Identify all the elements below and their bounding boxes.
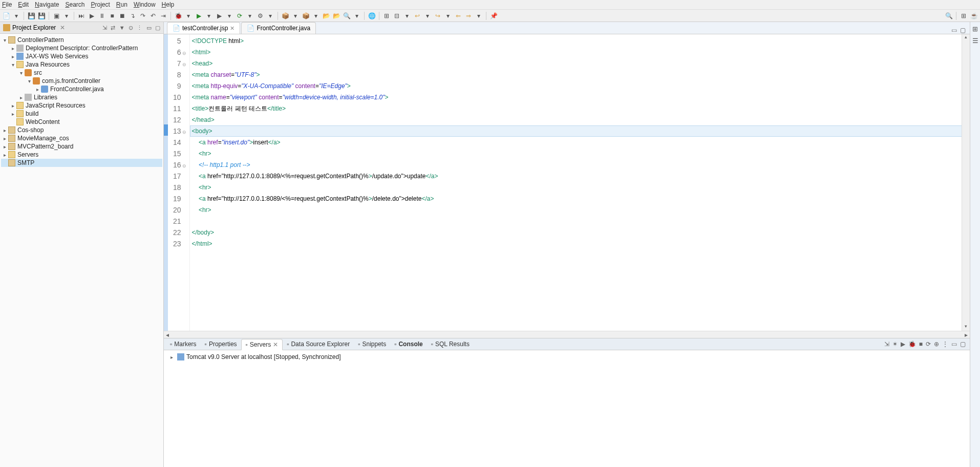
forward-icon[interactable]: ↪ bbox=[434, 12, 442, 20]
resume-icon[interactable]: ▶ bbox=[88, 12, 96, 20]
open-task-icon[interactable]: 📂 bbox=[332, 12, 340, 20]
dropdown-icon[interactable]: ▾ bbox=[291, 12, 300, 20]
disconnect-icon[interactable]: ⏹ bbox=[118, 12, 126, 20]
close-tab-icon[interactable]: ✕ bbox=[230, 25, 235, 32]
back-icon[interactable]: ↩ bbox=[413, 12, 421, 20]
focus-icon[interactable]: ⊙ bbox=[129, 25, 133, 31]
run-last-icon[interactable]: ⟳ bbox=[236, 12, 244, 20]
horizontal-scrollbar[interactable]: ◂ ▸ bbox=[164, 331, 970, 338]
menu-file[interactable]: File bbox=[2, 1, 12, 8]
menu-help[interactable]: Help bbox=[162, 1, 175, 8]
filter-icon[interactable]: ▼ bbox=[119, 25, 125, 31]
step-into-icon[interactable]: ↴ bbox=[129, 12, 137, 20]
close-tab-icon[interactable]: ✕ bbox=[273, 341, 278, 348]
bottom-tab-sql-results[interactable]: ▫SQL Results bbox=[427, 339, 474, 349]
line-gutter[interactable]: 56⊖7⊖8910111213⊖141516⊖17181920212223 bbox=[168, 34, 190, 331]
dropdown-icon[interactable]: ▾ bbox=[62, 12, 71, 20]
project-tree[interactable]: ▾ControllerPattern ▸Deployment Descripto… bbox=[0, 34, 163, 467]
code-editor[interactable]: 56⊖7⊖8910111213⊖141516⊖17181920212223 <!… bbox=[164, 34, 970, 331]
dropdown-icon[interactable]: ▾ bbox=[266, 12, 274, 20]
pause-icon[interactable]: ⏸ bbox=[98, 12, 106, 20]
project-node[interactable]: ▸Cos-shop bbox=[1, 126, 162, 134]
link-editor-icon[interactable]: ⇄ bbox=[111, 25, 115, 31]
quick-access-icon[interactable]: 🔍 bbox=[945, 12, 953, 20]
dropdown-icon[interactable]: ▾ bbox=[184, 12, 193, 20]
scroll-right-icon[interactable]: ▸ bbox=[965, 331, 968, 338]
prev-icon[interactable]: ⇐ bbox=[454, 12, 462, 20]
minimize-editor-icon[interactable]: ▭ bbox=[951, 27, 957, 34]
new-conn-icon[interactable]: 📦 bbox=[302, 12, 310, 20]
project-node[interactable]: ▾ControllerPattern bbox=[1, 36, 162, 44]
scroll-down-icon[interactable]: ▾ bbox=[962, 324, 970, 331]
close-view-icon[interactable]: ✕ bbox=[60, 24, 65, 31]
dropdown-icon[interactable]: ▾ bbox=[403, 12, 411, 20]
dropdown-icon[interactable]: ▾ bbox=[353, 12, 361, 20]
minimize-icon[interactable]: ▭ bbox=[951, 341, 957, 348]
bottom-tab-properties[interactable]: ▫Properties bbox=[201, 339, 241, 349]
servers-node[interactable]: ▸Servers bbox=[1, 151, 162, 159]
jaxws-node[interactable]: ▸JAX-WS Web Services bbox=[1, 52, 162, 60]
bottom-tab-markers[interactable]: ▫Markers bbox=[166, 339, 201, 349]
dropdown-icon[interactable]: ▾ bbox=[246, 12, 254, 20]
menu-project[interactable]: Project bbox=[91, 1, 110, 8]
coverage-icon[interactable]: ▶ bbox=[215, 12, 223, 20]
maximize-icon[interactable]: ▢ bbox=[960, 341, 966, 348]
stop-icon[interactable]: ■ bbox=[919, 341, 923, 348]
dropdown-icon[interactable]: ▾ bbox=[423, 12, 432, 20]
new-icon[interactable]: 📄 bbox=[2, 12, 10, 20]
next-icon[interactable]: ⇒ bbox=[464, 12, 473, 20]
outline-icon[interactable]: ⊞ bbox=[972, 25, 978, 33]
minimize-icon[interactable]: ▭ bbox=[146, 25, 152, 31]
menu-edit[interactable]: Edit bbox=[18, 1, 29, 8]
add-remove-icon[interactable]: ⊕ bbox=[934, 341, 939, 348]
browser-icon[interactable]: 🌐 bbox=[368, 12, 376, 20]
run-icon[interactable]: ▶ bbox=[195, 12, 203, 20]
publish-icon[interactable]: ⇲ bbox=[884, 341, 889, 348]
menu-icon[interactable]: ⋮ bbox=[942, 341, 948, 348]
deployment-descriptor-node[interactable]: ▸Deployment Descriptor: ControllerPatter… bbox=[1, 44, 162, 52]
dropdown-icon[interactable]: ▾ bbox=[312, 12, 320, 20]
java-file-node[interactable]: ▸FrontController.java bbox=[1, 85, 162, 93]
build-node[interactable]: ▸build bbox=[1, 110, 162, 118]
skip-icon[interactable]: ⏭ bbox=[77, 12, 86, 20]
bottom-tab-console[interactable]: ▫Console bbox=[390, 339, 427, 349]
servers-view-content[interactable]: ▸ Tomcat v9.0 Server at localhost [Stopp… bbox=[164, 350, 970, 467]
webcontent-node[interactable]: ▸WebContent bbox=[1, 118, 162, 126]
bottom-tab-servers[interactable]: ▫Servers✕ bbox=[241, 339, 283, 350]
open-type-icon[interactable]: 📂 bbox=[322, 12, 330, 20]
tab-frontcontroller[interactable]: 📄 FrontController.java bbox=[241, 22, 316, 34]
dropdown-icon[interactable]: ▾ bbox=[225, 12, 233, 20]
save-all-icon[interactable]: 💾 bbox=[37, 12, 46, 20]
pin-icon[interactable]: 📌 bbox=[489, 12, 498, 20]
dropdown-icon[interactable]: ▾ bbox=[475, 12, 483, 20]
maximize-editor-icon[interactable]: ▢ bbox=[960, 27, 966, 34]
external-run-icon[interactable]: ⚙ bbox=[256, 12, 264, 20]
step-return-icon[interactable]: ↶ bbox=[149, 12, 157, 20]
scroll-up-icon[interactable]: ▴ bbox=[962, 34, 970, 41]
dropdown-icon[interactable]: ▾ bbox=[444, 12, 452, 20]
drop-icon[interactable]: ⇥ bbox=[159, 12, 167, 20]
dropdown-icon[interactable]: ▾ bbox=[205, 12, 213, 20]
bottom-tab-data-source-explorer[interactable]: ▫Data Source Explorer bbox=[283, 339, 354, 349]
new-server-icon[interactable]: 📦 bbox=[281, 12, 289, 20]
sync-icon[interactable]: ⟳ bbox=[926, 341, 931, 348]
menu-run[interactable]: Run bbox=[116, 1, 127, 8]
menu-navigate[interactable]: Navigate bbox=[35, 1, 59, 8]
java-ee-perspective-icon[interactable]: ☕ bbox=[970, 12, 978, 20]
menu-window[interactable]: Window bbox=[134, 1, 156, 8]
scroll-left-icon[interactable]: ◂ bbox=[166, 331, 169, 338]
bottom-tab-snippets[interactable]: ▫Snippets bbox=[354, 339, 390, 349]
debug-icon[interactable]: 🐞 bbox=[908, 341, 916, 348]
save-icon[interactable]: 💾 bbox=[27, 12, 35, 20]
search-icon[interactable]: 🔍 bbox=[343, 12, 351, 20]
collapse-all-icon[interactable]: ⇲ bbox=[102, 25, 107, 31]
terminal-icon[interactable]: ▣ bbox=[52, 12, 60, 20]
toggle-icon[interactable]: ⊟ bbox=[393, 12, 401, 20]
smtp-node[interactable]: ▸SMTP bbox=[1, 159, 162, 167]
java-resources-node[interactable]: ▾Java Resources bbox=[1, 60, 162, 69]
step-over-icon[interactable]: ↷ bbox=[139, 12, 147, 20]
code-area[interactable]: <!DOCTYPE html><html><head><meta charset… bbox=[190, 34, 970, 331]
menu-search[interactable]: Search bbox=[65, 1, 84, 8]
start-icon[interactable]: ▶ bbox=[901, 341, 905, 348]
tab-testcontroller[interactable]: 📄 testController.jsp ✕ bbox=[167, 22, 240, 34]
